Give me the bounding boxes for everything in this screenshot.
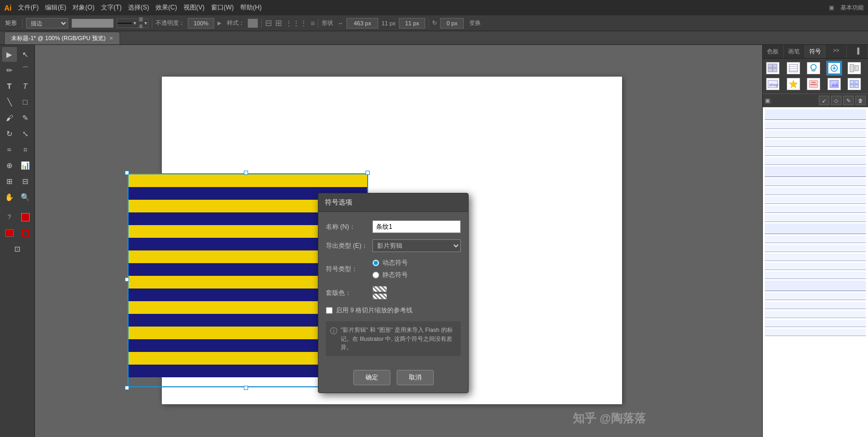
tab-close-btn[interactable]: ✕: [109, 35, 113, 41]
symbol-spray-tool[interactable]: ⊕: [2, 158, 17, 173]
panel-more[interactable]: >>: [826, 45, 847, 58]
sym-icon-10[interactable]: [846, 77, 862, 91]
panel-tab-brush[interactable]: 画笔: [784, 45, 805, 58]
angle-input[interactable]: [440, 18, 464, 29]
line-24: [765, 329, 866, 336]
sym-icon-1[interactable]: [765, 61, 781, 76]
line-6: [765, 157, 866, 165]
sym-icon-9[interactable]: [826, 77, 842, 91]
menu-text[interactable]: 文字(T): [101, 3, 122, 12]
align-icon: ⊟: [265, 18, 272, 28]
warp-tool[interactable]: ≈: [2, 142, 17, 157]
line-14: [765, 236, 866, 243]
opacity-input[interactable]: [188, 18, 214, 29]
shape-width-icon: ↔: [337, 20, 343, 26]
name-input[interactable]: [372, 220, 461, 233]
svg-rect-20: [850, 85, 854, 88]
help-btn[interactable]: ?: [2, 210, 17, 225]
slice-checkbox[interactable]: [326, 307, 333, 314]
menu-effect[interactable]: 效果(C): [156, 3, 177, 12]
panel-tab-colors[interactable]: 色板: [763, 45, 784, 58]
menu-view[interactable]: 视图(V): [184, 3, 205, 12]
slice-tool[interactable]: ⊟: [18, 174, 33, 189]
coord-input[interactable]: [399, 18, 425, 29]
sym-icon-7[interactable]: [785, 77, 801, 91]
pencil-tool[interactable]: ✎: [18, 110, 33, 125]
free-transform-tool[interactable]: ⌗: [18, 142, 33, 157]
panel-toolbar: ▣. ↙ ◇ ✎ 🗑: [763, 94, 868, 107]
shape-width-input[interactable]: [346, 18, 378, 29]
screen-mode-btn[interactable]: ⊡: [10, 241, 25, 256]
menu-object[interactable]: 对象(O): [72, 3, 94, 12]
menu-edit[interactable]: 编辑(E): [45, 3, 66, 12]
menu-help[interactable]: 帮助(H): [240, 3, 262, 12]
radio-dynamic[interactable]: 动态符号: [372, 258, 408, 267]
hand-tool[interactable]: ✋: [2, 190, 17, 204]
panel-place-btn[interactable]: ↙: [819, 96, 829, 105]
sym-icon-2[interactable]: [785, 61, 801, 76]
type-path-tool[interactable]: T: [18, 79, 33, 94]
curvature-tool[interactable]: ⌒: [18, 63, 33, 78]
radio-static[interactable]: 静态符号: [372, 271, 408, 280]
handle-tc[interactable]: [244, 171, 248, 175]
dialog-body: 名称 (N)： 导出类型 (E)： 影片剪辑 符号类型：: [318, 212, 468, 365]
ok-button[interactable]: 确定: [353, 370, 390, 385]
menu-file[interactable]: 文件(F): [18, 3, 39, 12]
handle-tl[interactable]: [125, 171, 129, 175]
direct-select-tool[interactable]: ↖: [18, 47, 33, 62]
sym-icon-3[interactable]: [806, 61, 821, 76]
handle-bc[interactable]: [244, 386, 248, 390]
line-19: [765, 281, 866, 291]
panel-delete-btn[interactable]: 🗑: [855, 96, 866, 105]
stroke-select[interactable]: 描边: [26, 18, 68, 29]
sym-icon-4[interactable]: [826, 61, 842, 76]
radio-dynamic-input[interactable]: [372, 259, 379, 266]
pen-tool[interactable]: ✏: [2, 63, 17, 78]
scale-tool[interactable]: ⤡: [18, 126, 33, 141]
slice-label: 启用 9 格切片缩放的参考线: [336, 306, 413, 315]
menu-select[interactable]: 选择(S): [128, 3, 149, 12]
rect-tool[interactable]: □: [18, 95, 33, 109]
divider-2: [152, 18, 152, 28]
menu-bar: 文件(F) 编辑(E) 对象(O) 文字(T) 选择(S) 效果(C) 视图(V…: [18, 3, 262, 12]
zoom-tool[interactable]: 🔍: [18, 190, 33, 204]
svg-rect-1: [773, 64, 777, 68]
artboard-tool[interactable]: ⊞: [2, 174, 17, 189]
handle-bl[interactable]: [125, 386, 129, 390]
fill-swatch[interactable]: [2, 226, 17, 240]
dialog-info-box: ⓘ "影片剪辑" 和 "图形" 是用来导入 Flash 的标记。在 Illust…: [326, 321, 461, 356]
column-graph-tool[interactable]: 📊: [18, 158, 33, 173]
handle-tr[interactable]: [366, 171, 370, 175]
panel-tab-symbol[interactable]: 符号: [805, 45, 826, 58]
export-type-select[interactable]: 影片剪辑: [372, 239, 461, 252]
handle-ml[interactable]: [125, 277, 129, 282]
cancel-button[interactable]: 取消: [397, 370, 434, 385]
type-tool[interactable]: T: [2, 79, 17, 94]
tool-row-view: ⊡: [1, 241, 33, 256]
registration-swatch[interactable]: [372, 286, 387, 300]
panel-edit-btn[interactable]: ✎: [843, 96, 854, 105]
panel-add-btn[interactable]: ◇: [831, 96, 842, 105]
radio-static-input[interactable]: [372, 272, 379, 278]
radio-group: 动态符号 静态符号: [372, 258, 408, 280]
paintbrush-tool[interactable]: 🖌: [2, 110, 17, 125]
document-tab[interactable]: 未标题-1* @ 100% (RGB/GPU 预览) ✕: [4, 32, 120, 44]
divider-5: [428, 18, 429, 28]
sym-icon-5[interactable]: [846, 61, 862, 76]
line-tool[interactable]: ╲: [2, 95, 17, 109]
stroke-swatch[interactable]: [18, 226, 33, 240]
panel-collapse[interactable]: ▐: [847, 45, 868, 58]
line-21: [765, 302, 866, 309]
sym-icon-8[interactable]: [806, 77, 821, 91]
divider-4: [318, 18, 318, 28]
menu-window[interactable]: 窗口(W): [211, 3, 234, 12]
sym-icon-6[interactable]: shop: [765, 77, 781, 91]
color-btn[interactable]: [18, 210, 33, 225]
selection-tool[interactable]: ▶: [2, 47, 17, 62]
line-3: [765, 131, 866, 138]
reg-swatch-bottom: [372, 293, 387, 300]
rotate-tool[interactable]: ↻: [2, 126, 17, 141]
svg-rect-0: [768, 64, 772, 68]
tool-row-4: ╲ □: [1, 95, 33, 109]
line-4: [765, 140, 866, 147]
